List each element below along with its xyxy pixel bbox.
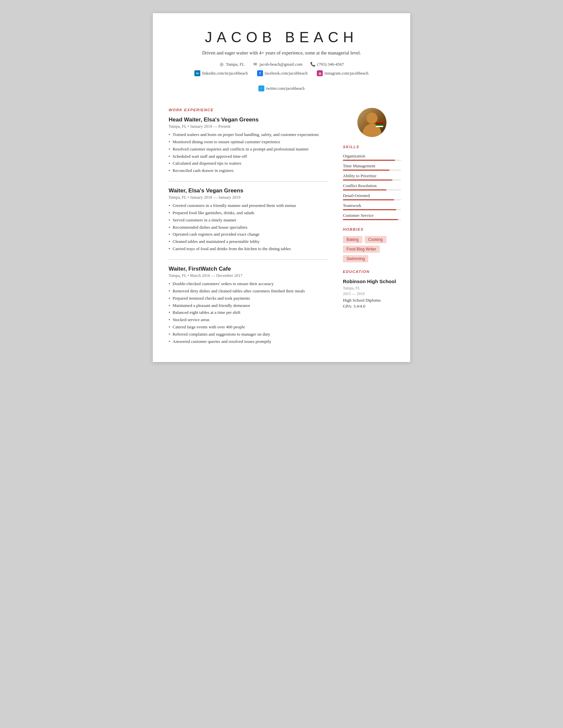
resume-page: JACOB BEACH Driven and eager waiter with…	[153, 13, 410, 362]
linkedin-item: in linkedin.com/in/jacobbeach	[194, 70, 248, 76]
skill-item: Detail-Oriented	[343, 193, 401, 200]
divider-1	[169, 181, 328, 182]
list-item: Answered customer queries and resolved i…	[169, 339, 328, 345]
profile-photo-wrap	[343, 108, 401, 137]
hobby-tag: Food Blog Writer	[343, 246, 380, 253]
list-item: Greeted customers in a friendly manner a…	[169, 203, 328, 209]
list-item: Carried trays of food and drinks from th…	[169, 246, 328, 252]
list-item: Served customers in a timely manner	[169, 217, 328, 223]
skills-list: Organization Time Management Ability to …	[343, 153, 401, 220]
job-3-title: Waiter, FirstWatch Cafe	[169, 266, 328, 272]
twitter-icon: 🐦	[258, 85, 264, 91]
location-text: Tampa, FL	[226, 62, 245, 67]
hobby-tag: Baking	[343, 236, 362, 243]
phone-item: 📞 (765) 346-4567	[310, 62, 344, 67]
skill-name: Detail-Oriented	[343, 193, 401, 198]
list-item: Cleaned tables and maintained a presenta…	[169, 239, 328, 245]
list-item: Double-checked customers' orders to ensu…	[169, 281, 328, 287]
job-2-bullets: Greeted customers in a friendly manner a…	[169, 203, 328, 252]
facebook-item: f facebook.com/jacobbeach	[257, 70, 308, 76]
job-2-title: Waiter, Elsa's Vegan Greens	[169, 187, 328, 194]
skill-bar-bg	[343, 180, 401, 181]
flag-white	[376, 126, 383, 127]
email-item: ✉ jacob-beach@gmail.com	[252, 62, 302, 67]
tagline: Driven and eager waiter with 4+ years of…	[173, 50, 390, 56]
edu-location: Tampa, FL	[343, 286, 401, 291]
divider-2	[169, 259, 328, 260]
profile-photo	[357, 108, 386, 137]
resume-body: WORK EXPERIENCE Head Waiter, Elsa's Vega…	[153, 98, 410, 362]
flag-accent	[376, 122, 383, 127]
skills-label: SKILLS	[343, 145, 401, 149]
hobbies-label: HOBBIES	[343, 227, 401, 231]
phone-text: (765) 346-4567	[317, 62, 344, 67]
skill-item: Teamwork	[343, 203, 401, 210]
skill-bar-bg	[343, 160, 401, 161]
skill-bar-bg	[343, 209, 401, 210]
edu-years: 2015 — 2019	[343, 291, 401, 296]
facebook-label: facebook.com/jacobbeach	[265, 71, 308, 76]
job-3: Waiter, FirstWatch Cafe Tampa, FL • Marc…	[169, 266, 328, 345]
location-item: ◎ Tampa, FL	[219, 62, 245, 67]
list-item: Scheduled wait staff and approved time-o…	[169, 153, 328, 160]
linkedin-label: linkedin.com/in/jacobbeach	[202, 71, 248, 76]
skill-bar-bg	[343, 199, 401, 200]
skill-name: Time Management	[343, 163, 401, 169]
list-item: Monitored dining room to ensure optimal …	[169, 139, 328, 145]
instagram-icon: ◎	[317, 70, 323, 76]
education-section: EDUCATION Robinson High School Tampa, FL…	[343, 270, 401, 309]
location-icon: ◎	[219, 62, 224, 67]
skill-name: Ability to Prioritize	[343, 173, 401, 179]
list-item: Trained waiters and hosts on proper food…	[169, 132, 328, 138]
person-head	[366, 113, 378, 124]
contact-row: ◎ Tampa, FL ✉ jacob-beach@gmail.com 📞 (7…	[173, 62, 390, 67]
list-item: Prepared food like garnishes, drinks, an…	[169, 210, 328, 216]
twitter-item: 🐦 twitter.com/jacobbeach	[258, 85, 304, 91]
skill-name: Teamwork	[343, 203, 401, 208]
skill-item: Ability to Prioritize	[343, 173, 401, 181]
job-3-meta: Tampa, FL • March 2016 — December 2017	[169, 273, 328, 278]
skill-bar-fill	[343, 180, 392, 181]
resume-header: JACOB BEACH Driven and eager waiter with…	[153, 13, 410, 98]
list-item: Resolved customer inquiries and conflict…	[169, 146, 328, 152]
hobby-tag: Cooking	[365, 236, 386, 243]
skill-bar-fill	[343, 209, 396, 210]
list-item: Prepared itemized checks and took paymen…	[169, 295, 328, 302]
skill-bar-fill	[343, 189, 386, 190]
linkedin-icon: in	[194, 70, 200, 76]
skill-bar-fill	[343, 170, 389, 171]
skills-section: SKILLS Organization Time Management Abil…	[343, 145, 401, 220]
skill-bar-bg	[343, 219, 401, 220]
skill-item: Customer Service	[343, 213, 401, 220]
skill-bar-fill	[343, 219, 398, 220]
instagram-label: instagram.com/jacobbeach	[324, 71, 369, 76]
list-item: Balanced eight tables at a time per shif…	[169, 310, 328, 316]
job-3-bullets: Double-checked customers' orders to ensu…	[169, 281, 328, 345]
list-item: Referred complaints and suggestions to m…	[169, 331, 328, 338]
list-item: Calculated and dispensed tips to waiters	[169, 160, 328, 167]
photo-inner	[357, 108, 386, 137]
skill-name: Organization	[343, 153, 401, 159]
skill-bar-bg	[343, 189, 401, 190]
education-label: EDUCATION	[343, 270, 401, 274]
list-item: Stocked service areas	[169, 317, 328, 323]
instagram-item: ◎ instagram.com/jacobbeach	[317, 70, 369, 76]
job-1-meta: Tampa, FL • January 2019 — Present	[169, 124, 328, 129]
job-2-meta: Tampa, FL • January 2018 — January 2019	[169, 195, 328, 200]
skill-name: Customer Service	[343, 213, 401, 218]
skill-item: Conflict Resolution	[343, 183, 401, 190]
name-heading: JACOB BEACH	[173, 29, 390, 46]
skill-item: Organization	[343, 153, 401, 161]
list-item: Reconciled cash drawer in registers	[169, 168, 328, 174]
skill-bar-fill	[343, 199, 394, 200]
skill-item: Time Management	[343, 163, 401, 171]
email-icon: ✉	[252, 62, 258, 67]
job-1-title: Head Waiter, Elsa's Vegan Greens	[169, 116, 328, 123]
job-2: Waiter, Elsa's Vegan Greens Tampa, FL • …	[169, 187, 328, 252]
facebook-icon: f	[257, 70, 263, 76]
edu-degree: High School Diploma	[343, 298, 401, 303]
phone-icon: 📞	[310, 62, 315, 67]
skill-name: Conflict Resolution	[343, 183, 401, 188]
main-column: WORK EXPERIENCE Head Waiter, Elsa's Vega…	[153, 108, 338, 362]
side-column: SKILLS Organization Time Management Abil…	[338, 108, 410, 362]
